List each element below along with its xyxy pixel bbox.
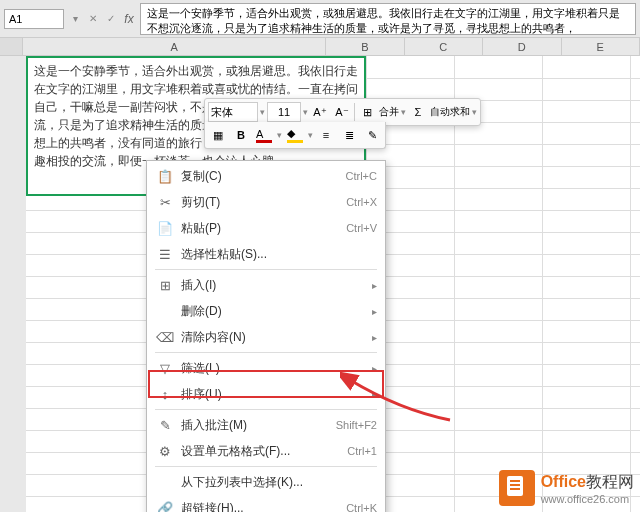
menu-label: 粘贴(P) (175, 220, 346, 237)
menu-item[interactable]: 从下拉列表中选择(K)... (147, 469, 385, 495)
menu-label: 剪切(T) (175, 194, 346, 211)
font-color-icon[interactable]: A (254, 125, 274, 145)
menu-shortcut: Shift+F2 (336, 419, 377, 431)
chevron-down-icon[interactable]: ▾ (303, 107, 308, 117)
menu-shortcut: Ctrl+V (346, 222, 377, 234)
menu-item[interactable]: ↕排序(U)▸ (147, 381, 385, 407)
menu-icon: ▽ (155, 361, 175, 376)
menu-icon: ✂ (155, 195, 175, 210)
chevron-down-icon[interactable]: ▾ (472, 107, 477, 117)
menu-label: 设置单元格格式(F)... (175, 443, 347, 460)
menu-label: 插入(I) (175, 277, 368, 294)
menu-item[interactable]: 📋复制(C)Ctrl+C (147, 163, 385, 189)
submenu-arrow-icon: ▸ (368, 332, 377, 343)
menu-icon: ⌫ (155, 330, 175, 345)
chevron-down-icon[interactable]: ▾ (308, 130, 313, 140)
autosum-label: 自动求和 (430, 105, 470, 119)
column-header[interactable]: E (562, 38, 640, 55)
menu-label: 选择性粘贴(S)... (175, 246, 377, 263)
menu-item[interactable]: ⊞插入(I)▸ (147, 272, 385, 298)
mini-toolbar-row2: ▦ B A ▾ ◆ ▾ ≡ ≣ ✎ (204, 122, 386, 149)
menu-label: 排序(U) (175, 386, 368, 403)
menu-icon: 🔗 (155, 501, 175, 513)
fx-icon[interactable]: fx (122, 10, 136, 28)
menu-shortcut: Ctrl+1 (347, 445, 377, 457)
cancel-icon[interactable]: ✕ (86, 10, 100, 28)
brand-url: www.office26.com (541, 493, 634, 505)
align-center-icon[interactable]: ≣ (339, 125, 359, 145)
menu-icon: 📋 (155, 169, 175, 184)
menu-label: 清除内容(N) (175, 329, 368, 346)
menu-shortcut: Ctrl+C (346, 170, 377, 182)
menu-icon: 📄 (155, 221, 175, 236)
select-all-corner[interactable] (0, 38, 23, 55)
menu-label: 从下拉列表中选择(K)... (175, 474, 377, 491)
menu-shortcut: Ctrl+X (346, 196, 377, 208)
brand-prefix: Office (541, 473, 586, 490)
decrease-font-icon[interactable]: A⁻ (332, 102, 352, 122)
chevron-down-icon[interactable]: ▾ (401, 107, 406, 117)
menu-item[interactable]: ▽筛选(L)▸ (147, 355, 385, 381)
menu-item[interactable]: 删除(D)▸ (147, 298, 385, 324)
merge-label: 合并 (379, 105, 399, 119)
column-header[interactable]: B (326, 38, 404, 55)
chevron-down-icon[interactable]: ▾ (260, 107, 265, 117)
format-painter-icon[interactable]: ✎ (362, 125, 382, 145)
submenu-arrow-icon: ▸ (368, 389, 377, 400)
font-select[interactable] (208, 102, 258, 122)
separator (354, 103, 355, 121)
menu-label: 插入批注(M) (175, 417, 336, 434)
menu-icon: ⊞ (155, 278, 175, 293)
merge-icon[interactable]: ⊞ (357, 102, 377, 122)
menu-label: 删除(D) (175, 303, 368, 320)
dropdown-icon[interactable]: ▾ (68, 10, 82, 28)
menu-item[interactable]: 🔗超链接(H)...Ctrl+K (147, 495, 385, 512)
watermark: Office教程网 www.office26.com (499, 470, 634, 506)
submenu-arrow-icon: ▸ (368, 363, 377, 374)
formula-input[interactable]: 这是一个安静季节，适合外出观赏，或独居避思。我依旧行走在文字的江湖里，用文字堆积… (140, 3, 636, 35)
menu-icon: ✎ (155, 418, 175, 433)
font-size[interactable] (267, 102, 301, 122)
menu-item[interactable]: ⌫清除内容(N)▸ (147, 324, 385, 350)
chevron-down-icon[interactable]: ▾ (277, 130, 282, 140)
column-header[interactable]: A (23, 38, 326, 55)
menu-item[interactable]: ⚙设置单元格格式(F)...Ctrl+1 (147, 438, 385, 464)
logo-icon (499, 470, 535, 506)
menu-icon: ⚙ (155, 444, 175, 459)
menu-item[interactable]: ✎插入批注(M)Shift+F2 (147, 412, 385, 438)
menu-shortcut: Ctrl+K (346, 502, 377, 512)
align-left-icon[interactable]: ≡ (316, 125, 336, 145)
fill-color-icon[interactable]: ◆ (285, 125, 305, 145)
menu-item[interactable]: ✂剪切(T)Ctrl+X (147, 189, 385, 215)
brand-suffix: 教程网 (586, 473, 634, 490)
menu-item[interactable]: 📄粘贴(P)Ctrl+V (147, 215, 385, 241)
menu-label: 筛选(L) (175, 360, 368, 377)
menu-label: 复制(C) (175, 168, 346, 185)
menu-item[interactable]: ☰选择性粘贴(S)... (147, 241, 385, 267)
menu-label: 超链接(H)... (175, 500, 346, 513)
submenu-arrow-icon: ▸ (368, 306, 377, 317)
context-menu: 📋复制(C)Ctrl+C✂剪切(T)Ctrl+X📄粘贴(P)Ctrl+V☰选择性… (146, 160, 386, 512)
column-header[interactable]: D (483, 38, 561, 55)
submenu-arrow-icon: ▸ (368, 280, 377, 291)
autosum-icon[interactable]: Σ (408, 102, 428, 122)
border-icon[interactable]: ▦ (208, 125, 228, 145)
column-header[interactable]: C (405, 38, 483, 55)
increase-font-icon[interactable]: A⁺ (310, 102, 330, 122)
name-box[interactable] (4, 9, 64, 29)
menu-icon: ↕ (155, 387, 175, 402)
menu-icon: ☰ (155, 247, 175, 262)
accept-icon[interactable]: ✓ (104, 10, 118, 28)
bold-button[interactable]: B (231, 125, 251, 145)
